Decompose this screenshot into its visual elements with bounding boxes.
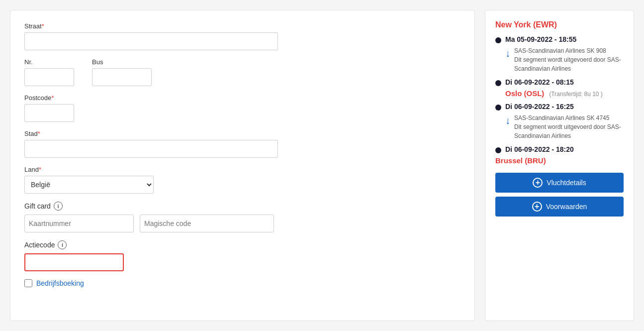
gift-card-group: Gift card i [24,202,460,232]
magische-code-input[interactable] [140,215,274,232]
segment2-arrow-icon: ↓ [505,115,510,140]
left-panel: Straat* Nr. Bus Postcode* Stad* [10,10,475,321]
vluchtdetails-button[interactable]: + Vluchtdetails [495,173,624,193]
bus-label: Bus [92,58,162,66]
stop2-dot [495,80,501,86]
stad-required: * [38,130,40,137]
bus-input[interactable] [92,68,152,86]
right-panel: New York (EWR) Ma 05-09-2022 - 18:55 ↓ S… [485,10,634,321]
vluchtdetails-plus-icon: + [533,178,543,188]
bedrijfsboeking-checkbox[interactable] [24,279,32,287]
kaartnummer-input[interactable] [24,215,134,232]
voorwaarden-plus-icon: + [532,202,542,212]
stop1-dot [495,37,501,43]
nr-bus-row: Nr. Bus [24,58,460,86]
voorwaarden-button[interactable]: + Voorwaarden [495,197,624,217]
stop4-time: Di 06-09-2022 - 18:20 [505,145,574,153]
straat-required: * [42,22,44,30]
gift-card-inputs-row [24,215,460,232]
actiecode-label: Actiecode [24,241,55,249]
transfer-city-label: Oslo (OSL) [505,89,544,98]
stop4: Di 06-09-2022 - 18:20 [495,145,624,153]
origin-title: New York (EWR) [495,20,624,29]
gift-card-section-label: Gift card i [24,202,460,211]
postcode-required: * [51,94,54,102]
straat-label: Straat* [24,22,460,30]
bus-group: Bus [92,58,162,86]
segment1-airline: SAS-Scandinavian Airlines SK 908 [514,46,624,55]
actiecode-input[interactable] [24,253,124,271]
transfer-time-label: (Transfertijd: 8u 10 ) [549,91,603,98]
segment2-note: Dit segment wordt uitgevoerd door SAS-Sc… [514,122,624,140]
nr-group: Nr. [24,58,84,86]
gift-card-label: Gift card [24,202,51,210]
stad-group: Stad* [24,130,460,158]
voorwaarden-label: Voorwaarden [546,203,587,211]
postcode-group: Postcode* [24,94,460,122]
nr-input[interactable] [24,68,74,86]
segment1: ↓ SAS-Scandinavian Airlines SK 908 Dit s… [505,46,624,73]
postcode-input[interactable] [24,104,74,122]
stop4-dot [495,147,501,153]
gift-card-info-icon[interactable]: i [54,202,63,211]
transfer-city-row: Oslo (OSL) (Transfertijd: 8u 10 ) [505,89,624,98]
actiecode-group: Actiecode i [24,240,460,271]
land-label: Land* [24,166,460,173]
stop3: Di 06-09-2022 - 16:25 [495,103,624,110]
straat-group: Straat* [24,22,460,50]
stop2: Di 06-09-2022 - 08:15 [495,78,624,86]
stop3-time: Di 06-09-2022 - 16:25 [505,103,574,110]
segment2-info: SAS-Scandinavian Airlines SK 4745 Dit se… [514,113,624,140]
land-group: Land* België Nederland Duitsland Frankri… [24,166,460,194]
segment2: ↓ SAS-Scandinavian Airlines SK 4745 Dit … [505,113,624,140]
segment1-arrow-icon: ↓ [505,48,510,73]
segment1-note: Dit segment wordt uitgevoerd door SAS-Sc… [514,55,624,73]
stad-input[interactable] [24,140,278,158]
bedrijfsboeking-row: Bedrijfsboeking [24,279,460,287]
segment2-airline: SAS-Scandinavian Airlines SK 4745 [514,113,624,122]
stop1: Ma 05-09-2022 - 18:55 [495,35,624,43]
actiecode-info-icon[interactable]: i [58,240,67,249]
stad-label: Stad* [24,130,460,137]
land-required: * [39,166,41,173]
nr-label: Nr. [24,58,84,66]
bedrijfsboeking-label[interactable]: Bedrijfsboeking [36,279,84,287]
destination-title: Brussel (BRU) [495,156,624,165]
stop3-dot [495,105,501,110]
postcode-label: Postcode* [24,94,460,102]
segment1-info: SAS-Scandinavian Airlines SK 908 Dit seg… [514,46,624,73]
page-wrapper: Straat* Nr. Bus Postcode* Stad* [0,0,644,331]
land-select[interactable]: België Nederland Duitsland Frankrijk [24,176,154,194]
straat-input[interactable] [24,32,278,50]
actiecode-section-label: Actiecode i [24,240,460,249]
vluchtdetails-label: Vluchtdetails [547,179,586,187]
stop1-time: Ma 05-09-2022 - 18:55 [505,35,576,43]
stop2-time: Di 06-09-2022 - 08:15 [505,78,574,86]
